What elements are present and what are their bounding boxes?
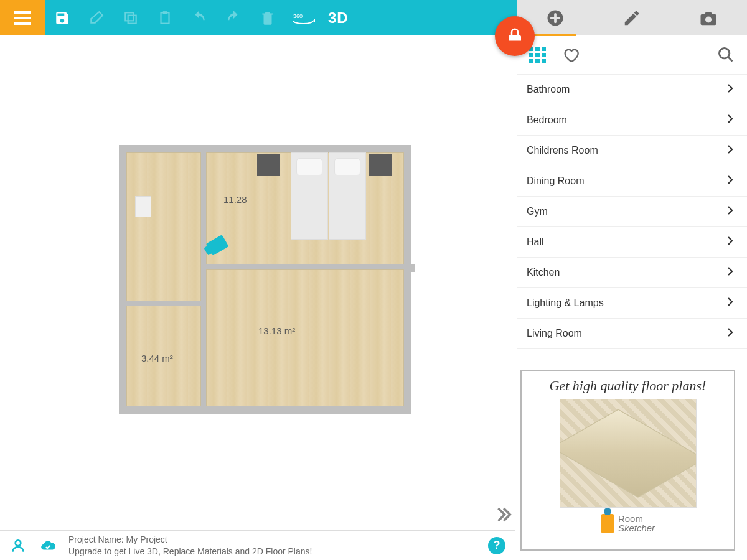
delete-button[interactable] [250, 0, 284, 35]
furniture-cabinet[interactable] [135, 196, 151, 217]
user-icon[interactable] [10, 538, 26, 554]
rotate-360-button[interactable]: 360 [284, 0, 322, 35]
upgrade-promo[interactable]: Get high quality floor plans! RoomSketch… [520, 370, 735, 551]
furniture-bed[interactable] [329, 152, 366, 240]
category-bedroom[interactable]: Bedroom [517, 105, 747, 136]
status-bar: Project Name: My Project Upgrade to get … [0, 530, 515, 560]
view-3d-toggle[interactable]: 3D [322, 9, 355, 27]
svg-rect-0 [128, 15, 136, 23]
favorites-icon[interactable] [562, 46, 580, 63]
chevron-right-icon [725, 266, 736, 279]
library-filter-row [517, 35, 747, 74]
search-icon[interactable] [717, 46, 735, 63]
svg-point-6 [720, 49, 730, 58]
hamburger-icon [14, 11, 31, 25]
category-lighting-lamps[interactable]: Lighting & Lamps [517, 288, 747, 319]
promo-image [560, 399, 697, 508]
snapshot-tab[interactable] [670, 0, 746, 35]
chevron-right-icon [725, 205, 736, 218]
cloud-sync-icon[interactable] [40, 538, 56, 554]
category-dining-room[interactable]: Dining Room [517, 166, 747, 197]
brand-logo: RoomSketcher [601, 514, 655, 533]
menu-button[interactable] [0, 0, 45, 35]
expand-panel-button[interactable] [494, 505, 512, 526]
svg-text:360: 360 [293, 13, 303, 19]
chevron-right-icon [725, 296, 736, 310]
svg-rect-3 [162, 11, 167, 14]
chevron-right-icon [725, 174, 736, 188]
category-kitchen[interactable]: Kitchen [517, 258, 747, 288]
category-gym[interactable]: Gym [517, 197, 747, 227]
save-button[interactable] [45, 0, 79, 35]
door-opening[interactable] [404, 264, 415, 272]
furniture-nightstand[interactable] [257, 154, 280, 176]
room-area-label: 11.28 [223, 194, 247, 205]
svg-rect-1 [125, 12, 133, 21]
room-large[interactable] [206, 269, 404, 406]
room-top-left[interactable] [126, 152, 201, 301]
project-name: My Project [126, 534, 167, 544]
edit-tab[interactable] [594, 0, 670, 35]
floorplan[interactable]: 11.28 13.13 m² 3.44 m² [119, 145, 411, 414]
promo-headline: Get high quality floor plans! [550, 378, 707, 394]
status-text: Project Name: My Project Upgrade to get … [68, 534, 312, 556]
category-bathroom[interactable]: Bathroom [517, 75, 747, 105]
category-hall[interactable]: Hall [517, 227, 747, 258]
help-button[interactable]: ? [488, 537, 505, 554]
svg-point-7 [16, 540, 21, 546]
chevron-right-icon [725, 113, 736, 127]
chevron-right-icon [725, 144, 736, 157]
room-area-label: 3.44 m² [141, 353, 173, 363]
panel-mode-tabs [517, 0, 747, 35]
redo-button[interactable] [216, 0, 250, 35]
erase-button[interactable] [79, 0, 113, 35]
add-furniture-fab[interactable] [495, 16, 535, 56]
furniture-nightstand[interactable] [369, 154, 392, 176]
paste-button[interactable] [148, 0, 182, 35]
chevron-right-icon [725, 83, 736, 96]
chevron-right-icon [725, 235, 736, 249]
category-living-room[interactable]: Living Room [517, 319, 747, 349]
undo-button[interactable] [182, 0, 216, 35]
chevron-right-icon [725, 327, 736, 340]
svg-rect-2 [161, 12, 169, 23]
room-area-label: 13.13 m² [258, 325, 295, 336]
copy-button[interactable] [113, 0, 148, 35]
furniture-bed[interactable] [291, 152, 328, 240]
floorplan-canvas[interactable]: 11.28 13.13 m² 3.44 m² [9, 35, 515, 530]
grid-view-icon[interactable] [529, 47, 546, 63]
category-list[interactable]: Bathroom Bedroom Childrens Room Dining R… [517, 74, 747, 360]
brand-mark-icon [601, 514, 614, 533]
upgrade-message: Upgrade to get Live 3D, Replace Material… [68, 546, 312, 557]
category-childrens-room[interactable]: Childrens Room [517, 136, 747, 166]
